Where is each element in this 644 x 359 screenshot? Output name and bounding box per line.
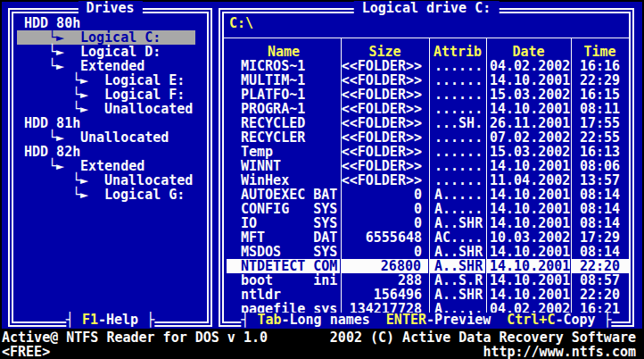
file-size: 0	[341, 202, 429, 216]
file-row[interactable]: boot ini288A..S.R14.10.200108:57	[227, 273, 629, 288]
preview-label: -Preview	[426, 312, 491, 328]
file-attrib: A.....	[429, 202, 486, 216]
file-row[interactable]: AUTOEXEC BAT0A.....14.10.200108:14	[227, 188, 629, 202]
column-header-name: Name	[227, 45, 341, 59]
drive-item-unallocated-2[interactable]: └►Unallocated	[17, 130, 195, 145]
ctrl-c-copy-hint[interactable]: Ctrl+C-Copy	[507, 312, 595, 328]
file-size: 156496	[341, 288, 429, 302]
file-size: <<FOLDER>>	[341, 73, 429, 88]
file-attrib: A..SHR	[429, 245, 486, 259]
copy-label: -Copy	[555, 312, 595, 328]
drive-item-hdd-82h[interactable]: HDD 82h	[17, 145, 195, 159]
file-row[interactable]: RECYCLER<<FOLDER>>......07.02.200222:55	[227, 130, 629, 145]
file-time: 17:55	[571, 116, 629, 130]
file-time: 08:11	[571, 102, 629, 116]
file-time: 08:14	[571, 245, 629, 259]
file-name: AUTOEXEC BAT	[227, 188, 341, 202]
drive-item-extended-1[interactable]: └►Extended	[17, 59, 195, 73]
tab-long-names-hint[interactable]: Tab-Long names	[257, 312, 369, 328]
file-time: 08:57	[571, 273, 629, 288]
help-label: -Help	[98, 312, 138, 328]
file-attrib: ......	[429, 159, 486, 173]
drive-item-logical-g[interactable]: └►Logical G:	[17, 188, 195, 202]
file-row[interactable]: RECYCLED<<FOLDER>>...SH.26.11.200117:55	[227, 116, 629, 130]
enter-preview-hint[interactable]: ENTER-Preview	[386, 312, 491, 328]
drive-item-unallocated-1[interactable]: └►Unallocated	[17, 102, 195, 116]
file-date: 14.10.2001	[486, 159, 571, 173]
file-attrib: ......	[429, 59, 486, 73]
file-row[interactable]: MICROS~1<<FOLDER>>......04.02.200216:16	[227, 59, 629, 73]
column-header-date: Date	[486, 45, 571, 59]
tab-key-label: Tab	[257, 312, 281, 328]
file-time: 22:55	[571, 130, 629, 145]
file-name: PLATFO~1	[227, 88, 341, 102]
file-panel-hints: Tab-Long namesENTER-PreviewCtrl+C-Copy	[241, 313, 611, 327]
file-row[interactable]: WinHex<<FOLDER>>......11.04.200213:57	[227, 173, 629, 188]
column-header-attrib: Attrib	[429, 45, 486, 59]
drive-item-hdd-81h[interactable]: HDD 81h	[17, 116, 195, 130]
drive-item-extended-2[interactable]: └►Extended	[17, 159, 195, 173]
drive-item-logical-f[interactable]: └►Logical F:	[17, 88, 195, 102]
file-name: WinHex	[227, 173, 341, 188]
file-attrib: ......	[429, 73, 486, 88]
file-name: MFT DAT	[227, 230, 341, 245]
drive-item-hdd-80h[interactable]: HDD 80h	[17, 16, 195, 30]
file-row-selected[interactable]: NTDETECT COM26800A..SHR14.10.200122:20	[227, 259, 629, 273]
file-date: 15.03.2002	[486, 88, 571, 102]
column-header-time: Time	[571, 45, 629, 59]
file-name: RECYCLED	[227, 116, 341, 130]
file-row[interactable]: MSDOS SYS0A..SHR14.10.200108:14	[227, 245, 629, 259]
file-time: 08:14	[571, 188, 629, 202]
file-row[interactable]: CONFIG SYS0A.....14.10.200108:14	[227, 202, 629, 216]
file-name: Temp	[227, 145, 341, 159]
file-size: 288	[341, 273, 429, 288]
file-name: RECYCLER	[227, 130, 341, 145]
file-time: 16:15	[571, 88, 629, 102]
file-name: NTDETECT COM	[227, 259, 341, 273]
file-name: WINNT	[227, 159, 341, 173]
file-size: 0	[341, 245, 429, 259]
file-size: 6555648	[341, 230, 429, 245]
drive-item-logical-c[interactable]: └►Logical C:	[17, 30, 195, 45]
file-name: PROGRA~1	[227, 102, 341, 116]
file-size: <<FOLDER>>	[341, 59, 429, 73]
file-date: 26.11.2001	[486, 116, 571, 130]
file-size: <<FOLDER>>	[341, 116, 429, 130]
help-hint[interactable]: F1-Help	[66, 313, 154, 327]
drives-panel: Drives HDD 80h └►Logical C: └►Logical D:…	[8, 8, 212, 327]
current-path: C:\	[229, 16, 253, 30]
file-name: CONFIG SYS	[227, 202, 341, 216]
file-size: <<FOLDER>>	[341, 159, 429, 173]
file-row[interactable]: PLATFO~1<<FOLDER>>......15.03.200216:15	[227, 88, 629, 102]
license-status: <FREE>	[2, 345, 50, 359]
file-row[interactable]: PROGRA~1<<FOLDER>>......14.10.200108:11	[227, 102, 629, 116]
drive-item-logical-e[interactable]: └►Logical E:	[17, 73, 195, 88]
column-header-size: Size	[341, 45, 429, 59]
app-title-text: Active@ NTFS Reader for DOS v 1.0	[2, 330, 268, 345]
file-attrib: ......	[429, 173, 486, 188]
file-attrib: A..SHR	[429, 216, 486, 230]
file-row[interactable]: WINNT<<FOLDER>>......14.10.200108:06	[227, 159, 629, 173]
drive-item-unallocated-3[interactable]: └►Unallocated	[17, 173, 195, 188]
drive-item-logical-d[interactable]: └►Logical D:	[17, 45, 195, 59]
file-row[interactable]: MFT DAT6555648AC....10.03.200217:29	[227, 230, 629, 245]
file-name: IO SYS	[227, 216, 341, 230]
file-date: 15.03.2002	[486, 145, 571, 159]
file-time: 16:13	[571, 145, 629, 159]
file-date: 14.10.2001	[486, 202, 571, 216]
file-time: 13:57	[571, 173, 629, 188]
file-name: boot ini	[227, 273, 341, 288]
file-row[interactable]: Temp<<FOLDER>>......15.03.200216:13	[227, 145, 629, 159]
file-time: 22:20	[571, 288, 629, 302]
file-row[interactable]: MULTIM~1<<FOLDER>>......14.10.200122:29	[227, 73, 629, 88]
file-date: 14.10.2001	[486, 245, 571, 259]
file-attrib: ......	[429, 145, 486, 159]
tree-branch-icon: └►	[72, 188, 104, 202]
file-time: 08:14	[571, 202, 629, 216]
file-row[interactable]: ntldr156496A..SHR14.10.200122:20	[227, 288, 629, 302]
file-size: <<FOLDER>>	[341, 88, 429, 102]
dos-screen: Drives HDD 80h └►Logical C: └►Logical D:…	[0, 0, 644, 359]
file-attrib: ......	[429, 88, 486, 102]
file-row[interactable]: IO SYS0A..SHR14.10.200108:14	[227, 216, 629, 230]
tree-branch-icon: └►	[72, 88, 104, 102]
